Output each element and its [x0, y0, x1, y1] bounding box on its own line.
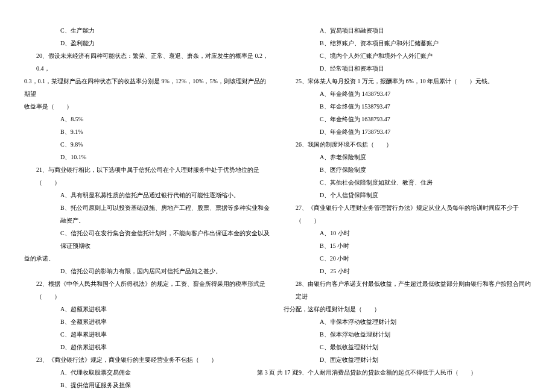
q25-option-c: C、年金终值为 1638793.47 [284, 113, 531, 125]
q26-stem: 26、我国的制度环境不包括（ ） [284, 138, 531, 151]
q21-option-c-cont: 益的承诺。 [24, 252, 271, 265]
q21-option-d: D、信托公司的影响力有限，国内居民对信托产品知之甚少。 [24, 265, 271, 277]
q27-option-c: C、20 小时 [284, 252, 531, 265]
q23-stem: 23、《商业银行法》规定，商业银行的主要经营业务不包括（ ） [24, 353, 271, 366]
q22-option-b: B、全额累进税率 [24, 315, 271, 328]
q26-option-d: D、个人信贷保障制度 [284, 189, 531, 201]
q28-stem-cont: 行分配，这样的理财计划是（ ） [284, 303, 531, 315]
q28-option-a: A、非保本浮动收益理财计划 [284, 315, 531, 328]
q26-option-b: B、医疗保险制度 [284, 163, 531, 176]
q22-option-a: A、超额累进税率 [24, 303, 271, 315]
q20-stem-cont2: 收益率是（ ） [24, 100, 271, 113]
q20-option-c: C、9.8% [24, 138, 271, 151]
q22-option-c: C、超率累进税率 [24, 328, 271, 341]
q23-option-b: B、提供信用证服务及担保 [24, 379, 271, 391]
q25-option-b: B、年金终值为 1538793.47 [284, 100, 531, 113]
q25-option-d: D、年金终值为 1738793.47 [284, 125, 531, 138]
q20-option-d: D、10.1% [24, 151, 271, 163]
q19-option-c: C、生产能力 [24, 24, 271, 37]
right-column: A、贸易项目和融资项目 B、结算账户、资本项目账户和外汇储蓄账户 C、境内个人外… [284, 24, 531, 392]
q27-option-d: D、25 小时 [284, 265, 531, 277]
q21-option-a: A、具有明显私募性质的信托产品通过银行代销的可能性逐渐缩小。 [24, 189, 271, 201]
q27-option-a: A、10 小时 [284, 227, 531, 239]
q22-option-d: D、超倍累进税率 [24, 341, 271, 353]
q28-option-b: B、保本浮动收益理财计划 [284, 328, 531, 341]
q20-stem: 20、假设未来经济有四种可能状态：繁荣、正常、衰退、萧条，对应发生的概率是 0.… [24, 49, 271, 75]
q20-option-a: A、8.5% [24, 113, 271, 125]
q28-stem: 28、由银行向客户承诺支付最低收益，产生超过最低收益部分则由银行和客户按照合同约… [284, 277, 531, 303]
q25-stem: 25、宋体某人每月投资 1 万元，报酬率为 6%，10 年后累计（ ）元钱。 [284, 75, 531, 87]
q27-stem: 27、《商业银行个人理财业务管理暂行办法》规定从业人员每年的培训时间应不少于（ … [284, 201, 531, 227]
q28-option-d: D、固定收益理财计划 [284, 353, 531, 366]
q21-option-c: C、信托公司在发行集合资金信托计划时，不能向客户作出保证本金的安全以及保证预期收 [24, 227, 271, 252]
q24-option-b: B、结算账户、资本项目账户和外汇储蓄账户 [284, 37, 531, 49]
q25-option-a: A、年金终值为 1438793.47 [284, 87, 531, 100]
page-footer: 第 3 页 共 17 页 [0, 368, 555, 377]
q27-option-b: B、15 小时 [284, 239, 531, 252]
left-column: C、生产能力 D、盈利能力 20、假设未来经济有四种可能状态：繁荣、正常、衰退、… [24, 24, 271, 392]
q20-option-b: B、9.1% [24, 125, 271, 138]
q21-option-b: B、托公司原则上可以投资基础设施、房地产工程、股票、票据等多种实业和金融资产。 [24, 201, 271, 227]
q26-option-a: A、养老保险制度 [284, 151, 531, 163]
q24-option-c: C、境内个人外汇账户和境外个人外汇账户 [284, 49, 531, 62]
q26-option-c: C、其他社会保障制度如就业、教育、住房 [284, 176, 531, 189]
q24-option-a: A、贸易项目和融资项目 [284, 24, 531, 37]
q24-option-d: D、经常项目和资本项目 [284, 62, 531, 75]
q21-stem: 21、与商业银行相比，以下选项中属于信托公司在个人理财服务中处于优势地位的是（ … [24, 163, 271, 189]
q22-stem: 22、根据《中华人民共和国个人所得税法》的规定，工资、薪金所得采用的税率形式是（… [24, 277, 271, 303]
q28-option-c: C、最低收益理财计划 [284, 341, 531, 353]
q20-stem-cont1: 0.3，0.1，某理财产品在四种状态下的收益率分别是 9%，12%，10%，5%… [24, 75, 271, 100]
q19-option-d: D、盈利能力 [24, 37, 271, 49]
